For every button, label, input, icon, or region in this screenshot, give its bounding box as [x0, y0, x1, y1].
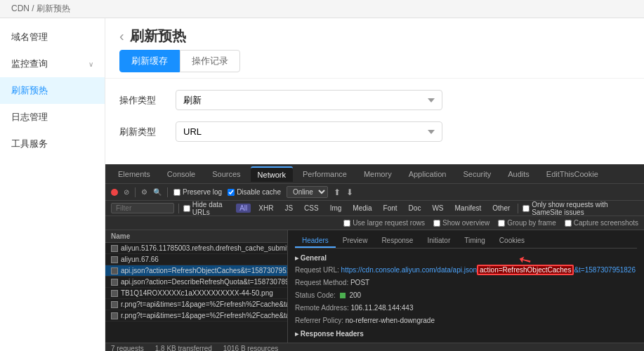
- devtools-tab-editthiscookie[interactable]: EditThisCookie: [539, 167, 605, 181]
- network-item-5[interactable]: r.png?t=api&times=1&page=%2Frefresh%2Fca…: [105, 299, 287, 310]
- clear-button[interactable]: ⊘: [124, 188, 129, 196]
- sidebar: 域名管理 监控查询 ∨ 刷新预热 日志管理 工具服务: [0, 18, 105, 351]
- use-large-rows-label[interactable]: Use large request rows: [343, 219, 425, 227]
- request-url-label: Request URL:: [295, 266, 339, 274]
- download-icon[interactable]: ⬇: [346, 187, 353, 197]
- network-list: Name aliyun.5176.11785003.refresh.drefre…: [105, 230, 288, 343]
- throttle-select[interactable]: Online: [287, 186, 328, 198]
- network-item-3[interactable]: api.json?action=DescribeRefreshQuota&t=1…: [105, 277, 287, 288]
- sidebar-item-domain[interactable]: 域名管理: [0, 24, 105, 51]
- referrer-policy-row: Referrer Policy: no-referrer-when-downgr…: [295, 315, 637, 326]
- separator: [135, 187, 136, 197]
- capture-screenshots-label[interactable]: Capture screenshots: [565, 219, 638, 227]
- tab-refresh-cache[interactable]: 刷新缓存: [119, 50, 180, 72]
- sidebar-item-logs[interactable]: 日志管理: [0, 104, 105, 131]
- network-item-1[interactable]: aliyun.67.66: [105, 254, 287, 265]
- net-icon: [111, 312, 118, 319]
- general-title: ▸ General: [295, 254, 637, 262]
- group-by-frame-label[interactable]: Group by frame: [498, 219, 556, 227]
- disable-cache-checkbox[interactable]: [228, 189, 235, 196]
- status-code-row: Status Code: 200: [295, 290, 637, 300]
- request-method-row: Request Method: POST: [295, 277, 637, 288]
- net-icon: [111, 267, 118, 274]
- detail-tab-timing[interactable]: Timing: [457, 234, 492, 248]
- filter-manifest[interactable]: Manifest: [452, 204, 485, 213]
- capture-screenshots-checkbox[interactable]: [565, 220, 572, 227]
- filter-xhr[interactable]: XHR: [255, 204, 277, 213]
- remote-address-row: Remote Address: 106.11.248.144:443: [295, 303, 637, 313]
- network-list-header: Name: [105, 230, 287, 243]
- remote-address-val: 106.11.248.144:443: [351, 304, 414, 312]
- same-site-label[interactable]: Only show requests with SameSite issues: [523, 201, 638, 216]
- devtools-tab-application[interactable]: Application: [402, 167, 454, 181]
- detail-tab-response[interactable]: Response: [374, 234, 420, 248]
- sidebar-item-refresh[interactable]: 刷新预热: [0, 77, 105, 104]
- sidebar-item-label: 刷新预热: [11, 84, 48, 97]
- detail-tab-cookies[interactable]: Cookies: [492, 234, 532, 248]
- filter-img[interactable]: Img: [327, 204, 346, 213]
- filter-input[interactable]: [111, 203, 174, 213]
- filter-icon[interactable]: ⚙: [141, 188, 147, 196]
- devtools-tab-elements[interactable]: Elements: [111, 167, 157, 181]
- record-button[interactable]: [111, 189, 118, 196]
- show-overview-checkbox[interactable]: [433, 220, 440, 227]
- filter-doc[interactable]: Doc: [405, 204, 425, 213]
- use-large-rows-checkbox[interactable]: [343, 220, 350, 227]
- referrer-policy-label: Referrer Policy:: [295, 317, 343, 324]
- detail-tab-headers[interactable]: Headers: [295, 234, 336, 248]
- filter-ws[interactable]: WS: [428, 204, 447, 213]
- devtools-tab-sources[interactable]: Sources: [205, 167, 247, 181]
- request-details: ➘ Headers Preview Response Initiator Tim…: [288, 230, 644, 343]
- detail-tab-initiator[interactable]: Initiator: [420, 234, 457, 248]
- filter-other[interactable]: Other: [489, 204, 513, 213]
- filter-bar: Hide data URLs All XHR JS CSS Img Media …: [105, 201, 644, 216]
- separator3: [178, 204, 179, 213]
- sidebar-item-monitor[interactable]: 监控查询 ∨: [0, 51, 105, 77]
- detail-tab-preview[interactable]: Preview: [336, 234, 375, 248]
- devtools-tab-performance[interactable]: Performance: [296, 167, 354, 181]
- filter-media[interactable]: Media: [349, 204, 375, 213]
- devtools-tab-console[interactable]: Console: [160, 167, 202, 181]
- devtools-tab-memory[interactable]: Memory: [357, 167, 399, 181]
- same-site-checkbox[interactable]: [523, 205, 530, 212]
- status-dot: [340, 293, 346, 298]
- referrer-policy-val: no-referrer-when-downgrade: [346, 317, 435, 324]
- net-icon: [111, 245, 118, 252]
- devtools-tab-network[interactable]: Network: [251, 166, 293, 182]
- search-icon[interactable]: 🔍: [153, 188, 162, 196]
- network-item-4[interactable]: TB1Q14ROXXXXXc1aXXXXXXXXXX-44-50.png: [105, 288, 287, 299]
- hide-data-urls-label[interactable]: Hide data URLs: [183, 201, 232, 216]
- operation-type-select[interactable]: 刷新: [176, 90, 442, 110]
- refresh-type-select[interactable]: URL: [176, 121, 442, 142]
- devtools-body: Name aliyun.5176.11785003.refresh.drefre…: [105, 230, 644, 343]
- top-bar: CDN / 刷新预热: [0, 0, 644, 18]
- devtools-tab-audits[interactable]: Audits: [501, 167, 537, 181]
- network-item-2[interactable]: api.json?action=RefreshObjectCaches&t=15…: [105, 265, 287, 277]
- devtools-tab-security[interactable]: Security: [456, 167, 498, 181]
- filter-font[interactable]: Font: [380, 204, 401, 213]
- sidebar-item-tools[interactable]: 工具服务: [0, 131, 105, 157]
- filter-css[interactable]: CSS: [301, 204, 322, 213]
- show-overview-label[interactable]: Show overview: [433, 219, 489, 227]
- general-section: ▸ General Request URL: https://cdn.conso…: [295, 254, 637, 326]
- request-url-row: Request URL: https://cdn.console.aliyun.…: [295, 265, 637, 275]
- sidebar-item-label: 工具服务: [11, 138, 48, 150]
- filter-js[interactable]: JS: [281, 204, 296, 213]
- resources-size: 1016 B resources: [223, 345, 278, 351]
- preserve-log-label[interactable]: Preserve log: [173, 188, 222, 196]
- preserve-log-checkbox[interactable]: [173, 189, 180, 196]
- back-arrow[interactable]: ‹: [119, 28, 124, 44]
- sidebar-item-label: 日志管理: [11, 111, 48, 124]
- request-method-label: Request Method:: [295, 279, 348, 286]
- tab-operation-log[interactable]: 操作记录: [180, 50, 240, 72]
- hide-data-urls-checkbox[interactable]: [183, 205, 190, 212]
- upload-icon[interactable]: ⬆: [334, 187, 341, 197]
- filter-all[interactable]: All: [236, 204, 251, 213]
- request-url-value: https://cdn.console.aliyun.com/data/api.…: [341, 265, 636, 275]
- devtools-options: Use large request rows Show overview Gro…: [105, 216, 644, 230]
- disable-cache-label[interactable]: Disable cache: [228, 188, 281, 196]
- network-item-6[interactable]: r.png?t=api&times=1&page=%2Frefresh%2Fca…: [105, 310, 287, 322]
- group-by-frame-checkbox[interactable]: [498, 220, 505, 227]
- network-item-0[interactable]: aliyun.5176.11785003.refresh.drefresh_ca…: [105, 243, 287, 254]
- request-count: 7 requests: [111, 345, 144, 351]
